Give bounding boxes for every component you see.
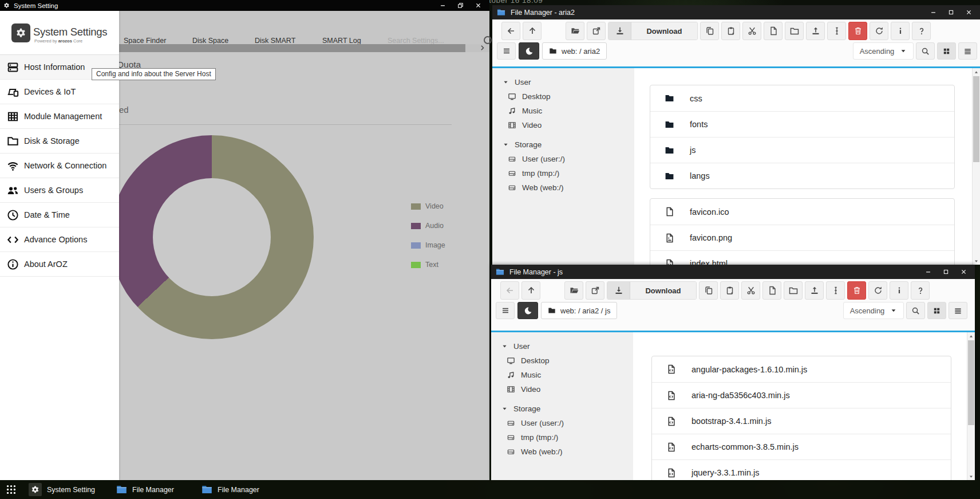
taskbar-item-file-manager[interactable]: File Manager bbox=[201, 480, 259, 499]
new-file-button[interactable] bbox=[764, 22, 783, 40]
file-manager-titlebar[interactable]: File Manager - aria2 bbox=[492, 5, 980, 19]
download-button[interactable]: Download bbox=[608, 22, 698, 40]
up-button[interactable] bbox=[523, 22, 542, 40]
grid-button[interactable] bbox=[937, 42, 956, 60]
sort-order-select[interactable]: Ascending bbox=[853, 42, 914, 60]
search-button[interactable] bbox=[906, 302, 925, 319]
upload-button[interactable] bbox=[805, 281, 824, 300]
copy-button[interactable] bbox=[699, 281, 718, 300]
tree-item-web-web-[interactable]: Web (web:/) bbox=[492, 180, 634, 195]
paste-button[interactable] bbox=[720, 281, 739, 300]
tree-item-video[interactable]: Video bbox=[491, 382, 633, 396]
app-launcher-button[interactable] bbox=[6, 484, 17, 495]
refresh-button[interactable] bbox=[868, 281, 887, 300]
new-folder-button[interactable] bbox=[784, 281, 803, 300]
dark-mode-button[interactable] bbox=[517, 302, 538, 319]
upload-button[interactable] bbox=[806, 22, 825, 40]
minimize-button[interactable] bbox=[925, 269, 931, 275]
file-row[interactable]: angular-packages-1.6.10.min.js bbox=[652, 356, 951, 382]
vertical-scrollbar[interactable] bbox=[972, 68, 980, 265]
scroll-up-icon[interactable] bbox=[967, 332, 975, 340]
folder-open-button[interactable] bbox=[564, 281, 583, 300]
file-row[interactable]: langs bbox=[650, 163, 954, 188]
search-button[interactable] bbox=[916, 42, 935, 60]
help-button[interactable] bbox=[911, 281, 930, 300]
sidebar-item-date-time[interactable]: Date & Time bbox=[0, 203, 119, 227]
breadcrumb[interactable]: web: / aria2 bbox=[542, 42, 607, 60]
refresh-button[interactable] bbox=[870, 22, 888, 40]
tab-smart-log[interactable]: SMART Log bbox=[322, 37, 361, 45]
up-button[interactable] bbox=[521, 281, 540, 300]
sidebar-item-module-management[interactable]: Module Management bbox=[0, 104, 119, 129]
tree-item-video[interactable]: Video bbox=[492, 118, 634, 132]
minimize-button[interactable] bbox=[440, 2, 446, 9]
sort-order-select[interactable]: Ascending bbox=[843, 302, 904, 319]
file-row[interactable]: bootstrap-3.4.1.min.js bbox=[652, 408, 951, 434]
download-button[interactable]: Download bbox=[607, 281, 697, 300]
new-folder-button[interactable] bbox=[785, 22, 804, 40]
sidebar-item-users-groups[interactable]: Users & Groups bbox=[0, 178, 119, 203]
tab-disk-smart[interactable]: Disk SMART bbox=[255, 37, 295, 45]
tree-item-music[interactable]: Music bbox=[492, 104, 634, 118]
tree-item-user-user-[interactable]: User (user:/) bbox=[491, 416, 633, 430]
grid-button[interactable] bbox=[927, 302, 946, 319]
menu-button[interactable] bbox=[496, 302, 515, 319]
folder-open-button[interactable] bbox=[566, 22, 584, 40]
maximize-button[interactable] bbox=[948, 9, 954, 15]
help-button[interactable] bbox=[912, 22, 931, 40]
file-row[interactable]: aria-ng-da5356c403.min.js bbox=[652, 382, 951, 408]
sidebar-item-devices-iot[interactable]: Devices & IoT bbox=[0, 80, 119, 104]
taskbar-item-system-setting[interactable]: System Setting bbox=[29, 480, 95, 499]
text-cursor-button[interactable] bbox=[826, 281, 845, 300]
file-row[interactable]: echarts-common-3.8.5.min.js bbox=[652, 434, 951, 459]
info-button[interactable] bbox=[890, 281, 908, 300]
file-row[interactable]: favicon.png bbox=[650, 225, 954, 250]
tree-item-tmp-tmp-[interactable]: tmp (tmp:/) bbox=[492, 166, 634, 180]
scroll-down-icon[interactable] bbox=[973, 257, 980, 265]
trash-button[interactable] bbox=[848, 22, 867, 40]
tree-item-user-user-[interactable]: User (user:/) bbox=[492, 152, 634, 166]
tab-space-finder[interactable]: Space Finder bbox=[124, 37, 166, 45]
tree-item-music[interactable]: Music bbox=[491, 368, 633, 382]
scrollbar-thumb[interactable] bbox=[973, 76, 979, 162]
file-row[interactable]: fonts bbox=[650, 111, 954, 137]
external-link-button[interactable] bbox=[586, 281, 604, 300]
tree-section-user[interactable]: User bbox=[491, 339, 633, 353]
tree-section-user[interactable]: User bbox=[492, 75, 634, 89]
back-button[interactable] bbox=[501, 22, 520, 40]
tree-section-storage[interactable]: Storage bbox=[491, 402, 633, 416]
taskbar-item-file-manager[interactable]: File Manager bbox=[116, 480, 174, 499]
trash-button[interactable] bbox=[847, 281, 866, 300]
tree-item-desktop[interactable]: Desktop bbox=[492, 89, 634, 104]
external-link-button[interactable] bbox=[587, 22, 606, 40]
sidebar-item-disk-storage[interactable]: Disk & Storage bbox=[0, 129, 119, 154]
file-row[interactable]: jquery-3.3.1.min.js bbox=[652, 459, 951, 480]
sidebar-item-about-aroz[interactable]: About ArOZ bbox=[0, 252, 119, 277]
close-button[interactable] bbox=[475, 2, 481, 9]
file-row[interactable]: index.html bbox=[650, 250, 954, 265]
chevron-right-icon[interactable] bbox=[479, 44, 486, 52]
scroll-down-icon[interactable] bbox=[967, 472, 975, 480]
close-button[interactable] bbox=[961, 269, 967, 275]
tree-item-desktop[interactable]: Desktop bbox=[491, 353, 633, 368]
breadcrumb[interactable]: web: / aria2 / js bbox=[541, 302, 617, 319]
scroll-up-icon[interactable] bbox=[973, 68, 980, 76]
file-manager-titlebar[interactable]: File Manager - js bbox=[491, 265, 975, 279]
list-view-button[interactable] bbox=[949, 302, 967, 319]
cut-button[interactable] bbox=[742, 22, 761, 40]
sidebar-item-network-connection[interactable]: Network & Connection bbox=[0, 154, 119, 178]
minimize-button[interactable] bbox=[930, 9, 936, 15]
list-view-button[interactable] bbox=[958, 42, 977, 60]
menu-button[interactable] bbox=[497, 42, 516, 60]
paste-button[interactable] bbox=[721, 22, 740, 40]
sidebar-item-advance-options[interactable]: Advance Options bbox=[0, 227, 119, 252]
tree-item-web-web-[interactable]: Web (web:/) bbox=[491, 445, 633, 459]
maximize-button[interactable] bbox=[943, 269, 949, 275]
system-settings-titlebar[interactable]: System Setting bbox=[0, 0, 489, 11]
tab-disk-space[interactable]: Disk Space bbox=[192, 37, 228, 45]
info-button[interactable] bbox=[891, 22, 910, 40]
file-row[interactable]: css bbox=[650, 85, 954, 111]
dark-mode-button[interactable] bbox=[519, 42, 539, 60]
cut-button[interactable] bbox=[741, 281, 760, 300]
close-button[interactable] bbox=[966, 9, 972, 15]
